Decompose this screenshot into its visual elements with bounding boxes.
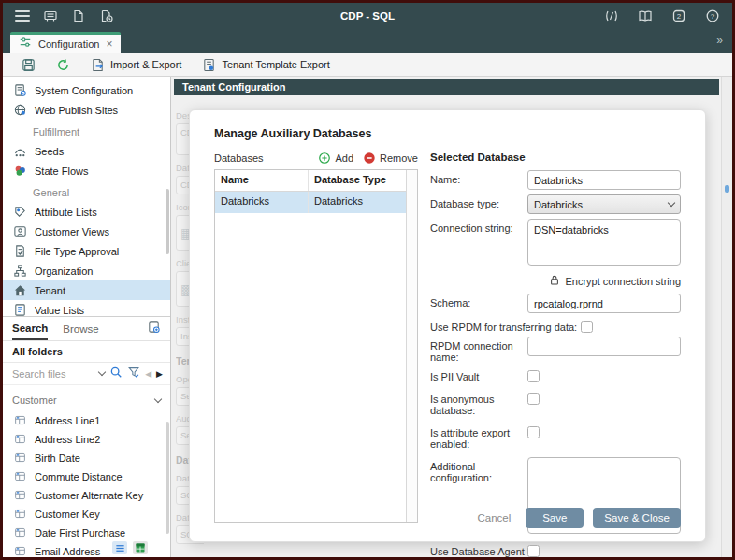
use-rpdm-label: Use RPDM for transferring data: bbox=[430, 318, 581, 333]
connection-string-field[interactable]: DSN=databricks bbox=[527, 219, 681, 266]
sidebar-item[interactable]: Value Lists bbox=[3, 300, 170, 316]
table-scrollbar[interactable] bbox=[406, 170, 417, 522]
field-list-scrollbar[interactable] bbox=[166, 422, 169, 534]
encrypt-label: Encrypt connection string bbox=[565, 276, 681, 287]
titlebar: CDP - SQL 2 ? bbox=[3, 3, 732, 29]
workspace-icon[interactable] bbox=[40, 7, 61, 25]
sidebar-item[interactable]: Web Publish Sites bbox=[3, 100, 170, 120]
back-icon[interactable]: ◀ bbox=[145, 369, 151, 379]
field-item[interactable]: Customer Key bbox=[3, 505, 170, 524]
sidebar-item[interactable]: Fulfillment bbox=[3, 122, 170, 141]
manage-auxiliary-databases-dialog: Manage Auxiliary Databases Databases Add bbox=[189, 109, 706, 542]
use-database-agent-checkbox[interactable] bbox=[527, 545, 540, 557]
sidebar-item[interactable]: File Type Approval bbox=[3, 241, 170, 261]
is-attribute-export-checkbox[interactable] bbox=[527, 426, 540, 438]
field-item[interactable]: Address Line1 bbox=[3, 411, 170, 430]
forward-icon[interactable]: ▶ bbox=[156, 369, 163, 379]
tenant-template-export-label: Tenant Template Export bbox=[222, 59, 329, 70]
sidebar-item[interactable]: Customer Views bbox=[3, 222, 170, 241]
field-item[interactable]: Commute Distance bbox=[3, 467, 170, 486]
tab-browse[interactable]: Browse bbox=[63, 317, 98, 340]
menu-icon[interactable] bbox=[12, 7, 33, 25]
tab-close-icon[interactable]: × bbox=[106, 38, 112, 50]
encrypt-connection-string-button[interactable]: Encrypt connection string bbox=[430, 274, 681, 288]
sidebar-item[interactable]: Attribute Lists bbox=[3, 202, 170, 222]
svg-text:?: ? bbox=[711, 12, 715, 21]
field-label: Customer Alternate Key bbox=[35, 490, 143, 501]
additional-configuration-label: Additional configuration: bbox=[430, 457, 527, 483]
save-and-close-button[interactable]: Save & Close bbox=[593, 508, 681, 528]
schema-field[interactable] bbox=[527, 294, 681, 313]
is-pii-vault-checkbox[interactable] bbox=[527, 370, 540, 382]
tenant-icon bbox=[12, 283, 27, 298]
app-window: CDP - SQL 2 ? Configuration × » bbox=[0, 0, 735, 560]
field-icon bbox=[14, 508, 27, 521]
search-icon[interactable] bbox=[109, 366, 122, 382]
group-customer[interactable]: Customer bbox=[3, 389, 170, 411]
column-database-type[interactable]: Database Type bbox=[309, 170, 406, 191]
version-badge-icon[interactable]: 2 bbox=[669, 7, 689, 25]
data-sync-icon[interactable] bbox=[601, 7, 622, 25]
remove-button[interactable]: Remove bbox=[363, 151, 418, 165]
database-type-select[interactable]: Databricks bbox=[527, 194, 681, 214]
is-pii-vault-label: Is PII Vault bbox=[430, 367, 527, 382]
documentation-book-icon[interactable] bbox=[635, 7, 656, 25]
use-rpdm-checkbox[interactable] bbox=[581, 321, 593, 333]
sidebar-item-label: Organization bbox=[35, 266, 93, 277]
help-icon[interactable]: ? bbox=[702, 7, 723, 25]
tenant-template-export-button[interactable]: Tenant Template Export bbox=[195, 56, 337, 74]
list-view-icon[interactable] bbox=[112, 541, 127, 554]
databases-table: Name Database Type Databricks Databricks bbox=[214, 169, 418, 523]
filter-icon[interactable] bbox=[127, 366, 140, 382]
toolbar: Import & Export Tenant Template Export bbox=[3, 53, 732, 77]
field-item[interactable]: Customer Alternate Key bbox=[3, 486, 170, 505]
recent-files-icon[interactable] bbox=[96, 7, 117, 25]
name-label: Name: bbox=[430, 170, 527, 185]
is-anonymous-checkbox[interactable] bbox=[527, 393, 540, 405]
rpdm-connection-name-field[interactable] bbox=[527, 337, 681, 356]
field-item[interactable]: Date First Purchase bbox=[3, 524, 170, 542]
save-button-dialog[interactable]: Save bbox=[526, 508, 584, 528]
sidebar-item-label: Attribute Lists bbox=[35, 207, 97, 218]
tab-label: Configuration bbox=[38, 38, 99, 50]
search-panel: Search Browse All folders ◀ bbox=[3, 316, 170, 557]
sidebar-item[interactable]: Seeds bbox=[3, 141, 170, 161]
sidebar-item-label: System Configuration bbox=[35, 85, 133, 96]
sidebar-scrollbar[interactable] bbox=[166, 189, 169, 254]
sidebar-item-label: Fulfillment bbox=[33, 126, 79, 137]
search-input[interactable] bbox=[10, 367, 94, 381]
field-item[interactable]: Birth Date bbox=[3, 449, 170, 467]
database-type-value: Databricks bbox=[534, 199, 583, 210]
chevron-down-icon[interactable] bbox=[98, 368, 106, 376]
new-file-icon[interactable] bbox=[68, 7, 89, 25]
globe-icon bbox=[12, 103, 27, 118]
save-button[interactable] bbox=[14, 56, 43, 74]
refresh-button[interactable] bbox=[49, 56, 78, 74]
sidebar-item[interactable]: Tenant bbox=[3, 280, 170, 300]
main-scrollbar[interactable] bbox=[721, 77, 732, 557]
add-button[interactable]: Add bbox=[318, 151, 353, 165]
sidebar-item[interactable]: State Flows bbox=[3, 161, 170, 180]
databases-label: Databases bbox=[214, 152, 264, 164]
sheet-view-icon[interactable] bbox=[133, 541, 148, 554]
sidebar-item[interactable]: General bbox=[3, 183, 170, 202]
field-icon bbox=[14, 545, 27, 557]
sidebar-item[interactable]: System Configuration bbox=[3, 80, 170, 100]
tab-search[interactable]: Search bbox=[12, 317, 48, 340]
collapse-chevron-icon bbox=[154, 395, 162, 402]
folder-settings-icon[interactable] bbox=[147, 320, 161, 337]
table-row[interactable]: Databricks Databricks bbox=[215, 192, 406, 213]
cancel-button[interactable]: Cancel bbox=[478, 512, 512, 524]
connection-string-label: Connection string: bbox=[430, 219, 527, 234]
import-export-button[interactable]: Import & Export bbox=[83, 56, 189, 74]
tab-overflow-icon[interactable]: » bbox=[716, 34, 723, 47]
column-name[interactable]: Name bbox=[215, 170, 309, 191]
select-chevron-icon bbox=[668, 199, 675, 207]
tab-configuration[interactable]: Configuration × bbox=[10, 32, 121, 53]
dialog-title: Manage Auxiliary Databases bbox=[214, 127, 681, 140]
name-field[interactable] bbox=[527, 170, 681, 190]
database-type-label: Database type: bbox=[430, 194, 527, 209]
table-header: Name Database Type bbox=[215, 170, 406, 192]
field-item[interactable]: Address Line2 bbox=[3, 430, 170, 449]
sidebar-item[interactable]: Organization bbox=[3, 261, 170, 280]
